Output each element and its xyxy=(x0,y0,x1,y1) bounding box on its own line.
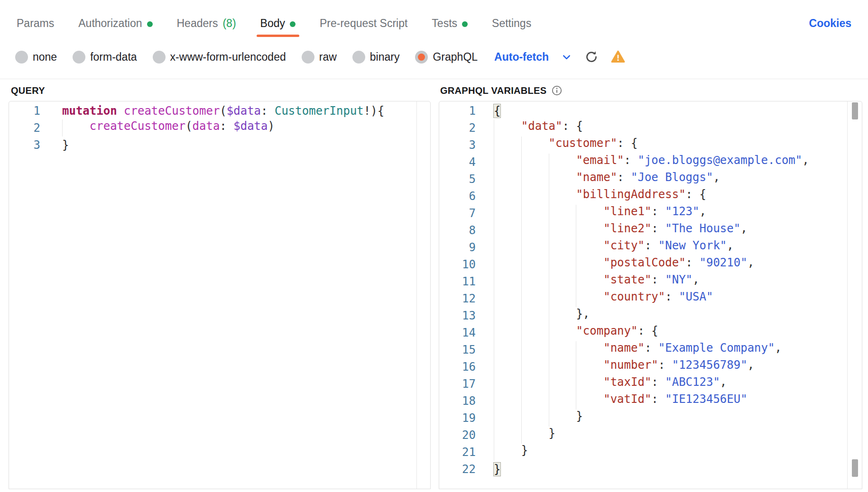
tab-settings[interactable]: Settings xyxy=(492,10,531,37)
indent-guide xyxy=(549,307,576,324)
code-text: "taxId": "ABC123", xyxy=(494,375,727,392)
indent-guide xyxy=(521,358,549,375)
indent-guide xyxy=(576,273,603,290)
line-number: 3 xyxy=(9,138,40,152)
cookies-link[interactable]: Cookies xyxy=(809,10,851,37)
code-text: { xyxy=(494,104,500,118)
variables-code-area[interactable]: 1{2"data": {3"customer": {4"email": "joe… xyxy=(439,101,862,478)
indent-guide xyxy=(576,358,603,375)
code-text: "name": "Joe Bloggs", xyxy=(494,171,720,188)
indent-guide xyxy=(521,154,549,171)
refresh-icon[interactable] xyxy=(584,50,599,64)
graphql-query-editor[interactable]: 1mutation createCustomer($data: Customer… xyxy=(9,101,431,489)
line-number: 6 xyxy=(439,190,476,203)
code-text: } xyxy=(62,138,69,152)
green-status-dot xyxy=(290,21,295,27)
tab-headers[interactable]: Headers(8) xyxy=(177,10,236,37)
indent-guide xyxy=(521,392,549,410)
indent-guide xyxy=(494,375,521,392)
tab-authorization[interactable]: Authorization xyxy=(78,10,152,37)
line-number: 14 xyxy=(439,326,476,339)
code-line: 6"billingAddress": { xyxy=(439,188,862,205)
indent-guide xyxy=(494,239,521,256)
body-type-none[interactable]: none xyxy=(15,51,57,64)
tab-tests[interactable]: Tests xyxy=(432,10,468,37)
indent-guide xyxy=(576,290,603,307)
indent-guide xyxy=(549,256,576,273)
indent-guide xyxy=(494,324,521,341)
line-number: 16 xyxy=(439,360,476,374)
radio-label: binary xyxy=(370,51,400,64)
indent-guide xyxy=(494,358,521,375)
indent-guide xyxy=(549,341,576,358)
line-number: 22 xyxy=(439,463,476,476)
body-type-graphql[interactable]: GraphQL xyxy=(415,51,478,64)
indent-guide xyxy=(521,205,549,222)
indent-guide xyxy=(494,273,521,290)
green-status-dot xyxy=(462,21,468,27)
tab-count-badge: (8) xyxy=(222,17,236,30)
line-number: 5 xyxy=(439,173,476,186)
variables-scrollbar-track xyxy=(847,101,848,489)
radio-icon xyxy=(73,51,85,64)
indent-guide xyxy=(521,273,549,290)
tab-body[interactable]: Body xyxy=(260,10,295,37)
code-line: 8"line2": "The House", xyxy=(439,222,862,239)
variables-scrollbar-thumb-bottom[interactable] xyxy=(852,459,858,477)
code-line: 1{ xyxy=(439,102,862,119)
indent-guide xyxy=(494,137,521,154)
code-text: } xyxy=(494,444,528,461)
tab-label: Pre-request Script xyxy=(320,17,407,30)
radio-label: form-data xyxy=(90,51,137,64)
chevron-down-icon[interactable] xyxy=(561,51,573,63)
code-text: } xyxy=(494,463,500,476)
warning-icon[interactable] xyxy=(610,49,626,64)
body-type-x-www-form-urlencoded[interactable]: x-www-form-urlencoded xyxy=(153,51,286,64)
code-line: 13}, xyxy=(439,307,862,324)
tab-params[interactable]: Params xyxy=(17,10,54,37)
radio-icon xyxy=(153,51,166,64)
indent-guide xyxy=(494,290,521,307)
body-type-raw[interactable]: raw xyxy=(302,51,337,64)
code-text: "company": { xyxy=(494,324,658,341)
tab-pre-request-script[interactable]: Pre-request Script xyxy=(320,10,407,37)
indent-guide xyxy=(521,256,549,273)
variables-section-label: GRAPHQL VARIABLES xyxy=(440,84,563,97)
tab-label: Body xyxy=(260,17,285,30)
query-code-area[interactable]: 1mutation createCustomer($data: Customer… xyxy=(9,101,430,154)
indent-guide xyxy=(549,154,576,171)
line-number: 17 xyxy=(439,377,476,391)
radio-icon xyxy=(302,51,314,64)
indent-guide xyxy=(549,222,576,239)
code-text: "postalCode": "90210", xyxy=(494,256,754,273)
line-number: 1 xyxy=(439,104,476,118)
code-line: 16"number": "123456789", xyxy=(439,358,862,375)
radio-label: GraphQL xyxy=(433,51,478,64)
indent-guide xyxy=(494,256,521,273)
line-number: 13 xyxy=(439,309,476,322)
info-icon[interactable] xyxy=(551,85,563,96)
body-type-binary[interactable]: binary xyxy=(352,51,400,64)
indent-guide xyxy=(521,188,549,205)
body-type-form-data[interactable]: form-data xyxy=(73,51,137,64)
indent-guide xyxy=(521,341,549,358)
indent-guide xyxy=(576,239,603,256)
auto-fetch-button[interactable]: Auto-fetch xyxy=(494,51,549,64)
graphql-variables-editor[interactable]: 1{2"data": {3"customer": {4"email": "joe… xyxy=(439,101,862,489)
green-status-dot xyxy=(147,21,153,27)
code-text: }, xyxy=(494,307,590,324)
code-text: "country": "USA" xyxy=(494,290,713,307)
code-text: "number": "123456789", xyxy=(494,358,754,375)
graphql-fetch-group: Auto-fetch xyxy=(494,49,626,64)
code-line: 9"city": "New York", xyxy=(439,239,862,256)
code-line: 2"data": { xyxy=(439,119,862,137)
variables-scrollbar-thumb-top[interactable] xyxy=(852,102,858,119)
indent-guide xyxy=(549,171,576,188)
indent-guide xyxy=(521,410,549,427)
indent-guide xyxy=(576,256,603,273)
radio-label: x-www-form-urlencoded xyxy=(170,51,286,64)
line-number: 11 xyxy=(439,275,476,288)
query-section-label: QUERY xyxy=(11,84,45,97)
code-line: 4"email": "joe.bloggs@example.com", xyxy=(439,154,862,171)
indent-guide xyxy=(576,392,603,410)
